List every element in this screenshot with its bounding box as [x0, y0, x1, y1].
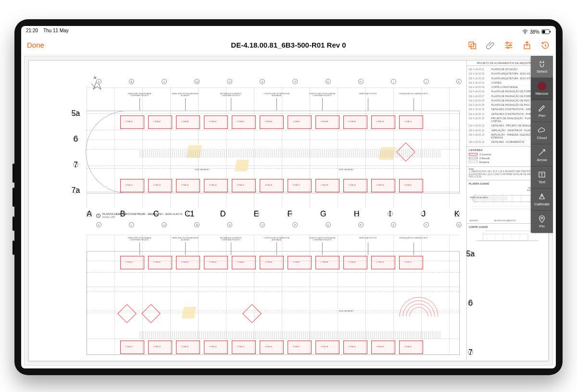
room-tag: LOJA 14 [209, 345, 217, 348]
grid-bubble: J [421, 211, 426, 216]
grid-bubble: L [129, 222, 134, 228]
keyplan-label: ACESSO [470, 219, 478, 222]
grid-bubble: C [162, 79, 167, 84]
svg-point-6 [506, 42, 508, 43]
grid-bubble: C1 [187, 211, 192, 216]
grid-bubble: J [424, 79, 429, 84]
tool-calibrate[interactable]: Calibrate [531, 189, 553, 211]
grid-bubble: G [326, 79, 331, 84]
view-title: PLANTA DEMOLIR/CONSTRUIR - MEZANINO - EI… [102, 213, 182, 215]
room-tag: LOJA 07 [292, 120, 301, 123]
callout-note: DEMOLIÇÃO DE ESQUADRIA DE ALUMÍNIO [171, 93, 200, 97]
room-tag: LOJA 07 [292, 261, 301, 263]
room-tag: LOJA 17 [292, 184, 301, 186]
tool-pen-label: Pen [539, 114, 545, 118]
grid-bubble: 7a [456, 222, 462, 228]
room-tag: LOJA 01 [404, 345, 412, 348]
tool-select-label: Select [537, 69, 547, 74]
callout-note: DEMOLIÇÃO DE ALVENARIA CONFORME PROJETO [125, 93, 154, 97]
attachment-icon[interactable] [486, 40, 495, 50]
grid-bubble: K [456, 79, 462, 84]
room-tag: LOJA 19 [348, 345, 356, 348]
svg-rect-4 [469, 42, 474, 47]
grid-labels-top: ABCC1DEFGHIJK [96, 79, 462, 86]
leader-line [322, 242, 323, 255]
grid-bubble: 7a [73, 188, 78, 193]
duplicate-icon[interactable] [467, 40, 477, 50]
room-tag: LOJA 13 [181, 345, 189, 348]
tool-pen[interactable]: Pen [531, 100, 553, 122]
history-icon[interactable] [540, 40, 550, 50]
tool-pin-label: Pin [539, 224, 545, 228]
tool-select[interactable]: Select [531, 56, 553, 78]
room-tag: LOJA 09 [348, 120, 356, 123]
document-viewport[interactable]: PROJETO DE ACABAMENTOS DE ARQUITETURA DE… [24, 56, 553, 366]
navbar: Done DE-4.18.00.81_6B3-500-R01 Rev 0 [21, 36, 556, 55]
level-label: NÍVEL MEZANINO [327, 311, 365, 313]
room-tag: LOJA 03 [181, 120, 189, 123]
grid-bubble: 6 [468, 301, 473, 306]
tool-color[interactable]: Maroon [531, 78, 553, 100]
room-tag: LOJA 08 [320, 261, 328, 263]
room-tag: LOJA 06 [264, 120, 273, 123]
grid-bubble: C1 [194, 79, 200, 84]
grid-bubble: E [254, 211, 259, 216]
leader-line [414, 98, 414, 111]
room-tag: LOJA 01 [125, 120, 133, 123]
done-button[interactable]: Done [27, 41, 44, 49]
grid-bubble: G [321, 211, 326, 216]
tool-arrow[interactable]: Arrow [531, 144, 553, 166]
settings-sliders-icon[interactable] [504, 40, 514, 50]
leader-line [276, 98, 277, 111]
room-tag: LOJA 11 [125, 184, 133, 186]
grid-bubble: 7 [73, 162, 78, 167]
status-time: 21:20 [26, 28, 38, 33]
grid-bubble: 5a [73, 111, 78, 116]
tool-color-label: Maroon [535, 91, 548, 96]
room-tag: LOJA 01 [125, 261, 133, 263]
keyplan-label: SETOR DOS VIADUTOS [494, 219, 516, 222]
grid-labels-bottom: KLL1MNOPQRST7a [96, 222, 462, 229]
grid-bubble: A [96, 79, 101, 84]
callout-note: DEMOLIÇÃO DE PISO [353, 238, 382, 240]
room-tag: LOJA 12 [153, 184, 161, 186]
room-tag: LOJA 20 [376, 184, 384, 186]
room-tag: LOJA 03 [181, 261, 189, 263]
room-tag: LOJA 14 [209, 184, 217, 186]
grid-bubble: H [354, 211, 359, 216]
annotation-toolbar: Select Maroon Pen Cloud Arrow Text [531, 56, 553, 233]
tool-cloud[interactable]: Cloud [531, 122, 553, 144]
view-scale: Escala 1:200 [102, 216, 115, 218]
svg-rect-2 [542, 30, 545, 33]
grid-bubble: H [358, 79, 364, 84]
room-tag: LOJA 10 [376, 120, 384, 123]
tool-pin[interactable]: Pin [531, 211, 553, 233]
room-tag: LOJA 18 [320, 184, 328, 186]
tool-text[interactable]: Text [531, 166, 553, 189]
tool-cloud-label: Cloud [537, 136, 547, 140]
leader-line [231, 242, 231, 255]
svg-point-7 [510, 44, 511, 46]
callout-note: INSTALAÇÃO DE GUARDA-CORPO [399, 238, 428, 240]
svg-point-11 [541, 217, 543, 219]
drawing-sheet: PROJETO DE ACABAMENTOS DE ARQUITETURA DE… [28, 60, 549, 361]
room-tag: LOJA 05 [237, 261, 245, 263]
grid-bubble: 6 [73, 137, 78, 142]
leader-line [276, 242, 277, 255]
wifi-icon [522, 29, 528, 34]
leader-line [322, 98, 323, 111]
battery-icon [541, 29, 551, 34]
grid-bubble: F [287, 211, 292, 216]
tool-arrow-label: Arrow [537, 158, 547, 162]
leader-line [185, 98, 186, 111]
status-battery: 38% [530, 29, 539, 35]
leader-line [368, 242, 368, 255]
room-tag: LOJA 11 [404, 261, 412, 263]
leader-line [139, 98, 140, 111]
room-tag: LOJA 04 [209, 261, 217, 263]
grid-bubble: P [292, 222, 298, 228]
share-icon[interactable] [522, 40, 532, 50]
amphitheater-icon [397, 288, 440, 321]
grid-bubble: O [260, 222, 265, 228]
grid-bubble: M [194, 222, 200, 228]
